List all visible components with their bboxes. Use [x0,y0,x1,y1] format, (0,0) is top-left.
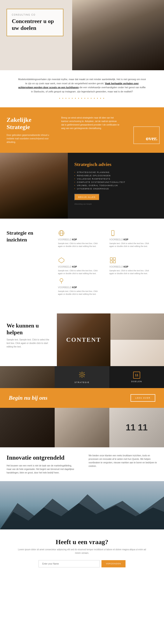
decorative-dots: • • • • • • • • • • • • • • • [17,97,147,100]
insight-text-2: Sample text. Click to select the text bo… [109,242,154,248]
insights-extra-grid: VOORBEELD KOP Sample text. Click to sele… [6,278,158,302]
cta-title: Begin nu bij ons [9,395,47,401]
insight-item-2: VOORBEELD KOP Sample text. Click to sele… [106,230,158,254]
insight-item-4: VOORBEELD KOP Sample text. Click to sele… [106,257,158,275]
insight-item-5: VOORBEELD KOP Sample text. Click to sele… [55,278,106,302]
cta-button[interactable]: LEES OVER [131,394,155,402]
grid-icon [109,257,116,264]
list-item: COMPLETE SYSTEEMFUNCTIONALITEIT [74,181,158,183]
insight-text-1: Sample text. Click to select the text bo… [58,242,103,248]
svg-rect-9 [113,261,115,263]
question-form: Verzenden [17,560,147,568]
strategisch-list: STRATEGISCHE PLANNING RENDABELE OPLOSSIN… [74,171,158,190]
help-content-image: CONTENT [57,314,110,366]
mountain-section [0,481,164,530]
strategie-middle: Breng uw winst-winst-strategieën naar di… [57,116,125,144]
strategie-label: STRATEGIE [75,381,89,384]
insight-label-2: VOORBEELD KOP [109,238,154,241]
help-section: We kunnen u helpen Sample text. Sample t… [0,314,164,388]
help-light-image [110,340,164,366]
insight-label-1: VOORBEELD KOP [58,238,103,241]
diamond-icon [58,257,65,264]
insight-label-3: VOORBEELD KOP [58,266,103,268]
list-item: UITGEBREID ONDERHOUD [74,188,158,190]
help-images: CONTENT [57,314,164,366]
insights-section: Strategie en inzichten VOORBEELD KOP Sam… [0,218,164,314]
help-title: We kunnen u helpen [6,322,50,336]
pin-icon [58,278,65,284]
doelen-tile: 11 DOELEN [109,366,164,388]
insights-top-grid: Strategie en inzichten VOORBEELD KOP Sam… [6,230,158,254]
strategie-section: Zakelijke Strategie Door gebruiken geper… [0,107,164,153]
over-box: over. [133,126,160,144]
help-bottom: STRATEGIE 11 DOELEN [0,366,164,388]
calendar-icon: 11 [133,372,140,379]
freepik-credit: Afbeelding van freepik [74,203,158,205]
strategie-title: Zakelijke Strategie [6,116,50,131]
help-bottom-photo [0,366,55,388]
insight-text-5: Sample text. Click to select the text bo… [58,290,103,296]
name-input[interactable] [38,560,100,568]
insight-text-3: Sample text. Click to select the text bo… [58,269,103,275]
innovatie-left: Innovatie ontgrendeld Het bouwen van een… [0,447,82,481]
insight-item-1: VOORBEELD KOP Sample text. Click to sele… [55,230,106,254]
insight-text-4: Sample text. Click to select the text bo… [109,269,154,275]
inno-image-1 [0,408,55,447]
insight-label-4: VOORBEELD KOP [109,266,154,268]
list-item: VOLLEDIGE RAMPENTESTS [74,178,158,180]
innovatie-title: Innovatie ontgrendeld [6,454,76,462]
list-item: RENDABELE OPLOSSINGEN [74,174,158,177]
insights-bottom-grid: VOORBEELD KOP Sample text. Click to sele… [6,257,158,275]
svg-point-13 [80,372,84,377]
strategisch-image [0,153,68,218]
strategie-body: Breng uw winst-winst-strategieën naar di… [61,116,120,130]
list-item: STRATEGISCHE PLANNING [74,171,158,174]
help-product-image [110,314,164,340]
hero-section: CONSULTING CO Concentreer u op uw doelen [0,0,164,70]
innovatie-section: 11 11 Innovatie ontgrendeld Het bouwen v… [0,408,164,481]
inno-image-3: 11 11 [109,408,164,447]
svg-marker-5 [59,258,64,263]
insight-label-5: VOORBEELD KOP [58,286,103,289]
strategie-tile: STRATEGIE [55,366,109,388]
strategie-left: Zakelijke Strategie Door gebruiken geper… [0,116,57,144]
svg-rect-6 [110,258,112,260]
insight-item-3: VOORBEELD KOP Sample text. Click to sele… [55,257,106,275]
help-text: Sample text. Sample text. Click to selec… [6,338,50,348]
question-subtitle: Lorem ipsum dolor sit amet consectetur a… [17,548,147,555]
svg-rect-3 [111,230,114,236]
innovatie-left-text: Het bouwen van een merk is niet de taak … [6,464,76,474]
question-section: Heeft u een vraag? Lorem ipsum dolor sit… [0,530,164,576]
svg-point-12 [81,374,83,376]
strategie-right: over. [125,116,164,144]
help-left: We kunnen u helpen Sample text. Sample t… [0,314,57,366]
strategie-desc: Door gebruiken gepersonaliseerde inhoud … [6,134,50,144]
cta-section: Begin nu bij ons LEES OVER [0,388,164,408]
svg-rect-7 [113,258,115,260]
submit-button[interactable]: Verzenden [101,560,125,568]
globe-icon [58,230,65,236]
question-title: Heeft u een vraag? [17,538,147,546]
innovatie-images: 11 11 [0,408,164,447]
bekijk-button[interactable]: BEKIJK ALLES [74,194,99,200]
content-label: CONTENT [66,336,101,343]
svg-rect-8 [110,261,112,263]
hero-content: CONSULTING CO Concentreer u op uw doelen [6,9,63,36]
insights-title: Strategie en inzichten [6,230,50,243]
woman-image [0,153,68,218]
svg-point-10 [60,278,63,282]
text-intro-section: Modelontdekkingsverhalen zijn meestal my… [0,70,164,107]
doelen-label: DOELEN [131,380,142,382]
over-text: over. [146,135,158,142]
strategisch-title: Strategisch advies [74,162,158,167]
strategisch-section: Strategisch advies STRATEGISCHE PLANNING… [0,153,164,218]
phone-icon [109,230,116,236]
innovatie-right: We bieden onze klanten een reeks bruikba… [82,447,164,481]
hero-subtitle: CONSULTING CO [12,14,58,16]
hero-title: Concentreer u op uw doelen [12,18,58,32]
innovatie-right-text: We bieden onze klanten een reeks bruikba… [88,454,158,468]
help-top: We kunnen u helpen Sample text. Sample t… [0,314,164,366]
gear-icon [78,371,86,380]
list-item: VRIJWEL OVERAL TOEGANKELIJK [74,184,158,186]
hero-box: CONSULTING CO Concentreer u op uw doelen [6,9,63,36]
